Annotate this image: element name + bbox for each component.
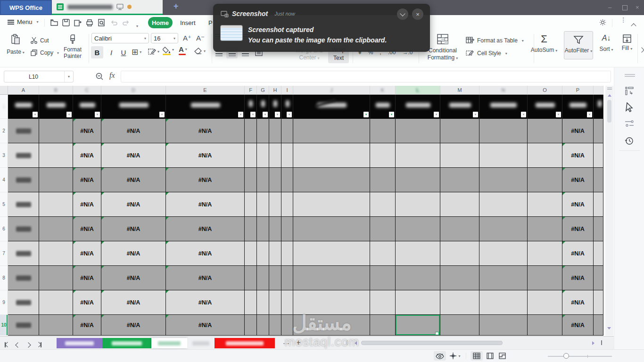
cell[interactable]: ▾ (281, 95, 293, 119)
cell[interactable] (528, 168, 562, 192)
filter-button[interactable]: ▾ (587, 112, 592, 117)
sort-button[interactable]: A↓ Sort▾ (596, 34, 617, 52)
column-header[interactable]: C (73, 86, 101, 95)
column-header[interactable]: B (39, 86, 73, 95)
ribbon-overflow-chevron[interactable] (640, 45, 644, 54)
cell[interactable] (39, 266, 73, 290)
cell[interactable] (8, 217, 39, 241)
row-header[interactable]: 4 (0, 168, 8, 192)
cell[interactable] (269, 217, 281, 241)
cell[interactable] (396, 217, 440, 241)
cell[interactable] (594, 119, 603, 143)
monitor-icon[interactable] (116, 4, 124, 10)
layout-switch-icon[interactable] (625, 86, 634, 96)
cell[interactable]: #N/A (73, 143, 101, 168)
page-break-view-button[interactable] (496, 351, 508, 361)
cell[interactable] (281, 241, 293, 266)
cell[interactable]: #N/A (73, 290, 101, 315)
cell[interactable] (528, 266, 562, 290)
minimize-button[interactable]: – (608, 4, 611, 11)
redo-button[interactable] (122, 18, 130, 27)
vertical-scrollbar[interactable] (605, 86, 613, 336)
cell[interactable]: ▾ (370, 95, 396, 119)
open-file-button[interactable] (50, 18, 58, 27)
name-box[interactable]: L10 ▾ (4, 71, 74, 82)
filter-button[interactable]: ▾ (33, 112, 38, 117)
cell[interactable] (257, 290, 269, 315)
column-header[interactable]: F (245, 86, 257, 95)
cell[interactable] (8, 315, 39, 336)
cell[interactable] (269, 168, 281, 192)
increase-font-button[interactable]: A⁺ (183, 34, 191, 42)
cell[interactable] (39, 143, 73, 168)
close-button[interactable]: × (636, 4, 639, 11)
cell[interactable] (281, 168, 293, 192)
cursor-select-icon[interactable] (625, 102, 634, 113)
save-button[interactable] (62, 18, 70, 27)
filter-button[interactable]: ▾ (556, 112, 561, 117)
copy-button[interactable]: Copy▾ (30, 49, 59, 57)
cell[interactable] (281, 143, 293, 168)
output-export-button[interactable] (74, 18, 82, 27)
format-painter-button[interactable]: FormatPainter (58, 34, 87, 59)
cell[interactable] (8, 168, 39, 192)
cell[interactable]: #N/A (101, 143, 166, 168)
print-button[interactable] (85, 18, 94, 27)
adjust-sliders-icon[interactable] (625, 119, 634, 128)
cell[interactable] (396, 192, 440, 217)
cell[interactable] (594, 290, 603, 315)
cell[interactable] (39, 241, 73, 266)
cell[interactable] (479, 290, 528, 315)
screenshot-thumbnail[interactable] (221, 25, 242, 41)
bold-button[interactable]: B (91, 46, 103, 58)
eye-preview-button[interactable] (434, 351, 446, 361)
font-color-button[interactable]: A▾ (179, 45, 187, 55)
tab-insert[interactable]: Insert (180, 19, 196, 26)
cell[interactable] (269, 119, 281, 143)
cell[interactable]: #N/A (101, 315, 166, 336)
cell[interactable]: ▾ (269, 95, 281, 119)
cell[interactable] (440, 192, 479, 217)
cell[interactable]: ▾ (396, 95, 440, 119)
collapse-ribbon-button[interactable] (632, 21, 636, 30)
cell[interactable] (281, 290, 293, 315)
cell[interactable] (528, 143, 562, 168)
cell[interactable] (440, 315, 479, 336)
cell[interactable] (269, 143, 281, 168)
cell[interactable] (269, 290, 281, 315)
cell[interactable] (370, 241, 396, 266)
column-header[interactable]: M (440, 86, 479, 95)
selected-cell[interactable] (396, 315, 440, 336)
cell[interactable] (245, 192, 257, 217)
cell[interactable] (281, 315, 293, 336)
cell[interactable] (269, 192, 281, 217)
cell[interactable] (293, 217, 370, 241)
cell[interactable]: #N/A (562, 315, 594, 336)
cell[interactable] (396, 168, 440, 192)
cell[interactable] (245, 290, 257, 315)
print-preview-button[interactable] (97, 18, 106, 27)
cell[interactable] (8, 290, 39, 315)
cell[interactable] (281, 266, 293, 290)
cell[interactable]: #N/A (101, 119, 166, 143)
filter-button[interactable]: ▾ (389, 112, 394, 117)
underline-button[interactable]: U (118, 46, 129, 58)
sheet-tab[interactable] (151, 338, 187, 348)
cell[interactable]: ▾ (528, 95, 562, 119)
cell[interactable] (370, 217, 396, 241)
cell[interactable]: #N/A (73, 266, 101, 290)
sheet-tab[interactable] (215, 338, 275, 348)
draw-border-button[interactable]: ▾ (148, 47, 159, 56)
page-layout-view-button[interactable] (484, 351, 496, 361)
column-header[interactable]: D (101, 86, 166, 95)
kebab-menu-icon[interactable]: ⋯ (620, 17, 627, 23)
horizontal-scroll-thumb[interactable] (361, 341, 503, 345)
cell[interactable] (594, 217, 603, 241)
cell[interactable] (440, 119, 479, 143)
cell[interactable] (396, 143, 440, 168)
cell[interactable] (245, 119, 257, 143)
cell[interactable]: #N/A (562, 192, 594, 217)
cell[interactable] (8, 119, 39, 143)
cell[interactable] (293, 241, 370, 266)
tab-page-layout-clipped[interactable]: P (208, 19, 213, 26)
